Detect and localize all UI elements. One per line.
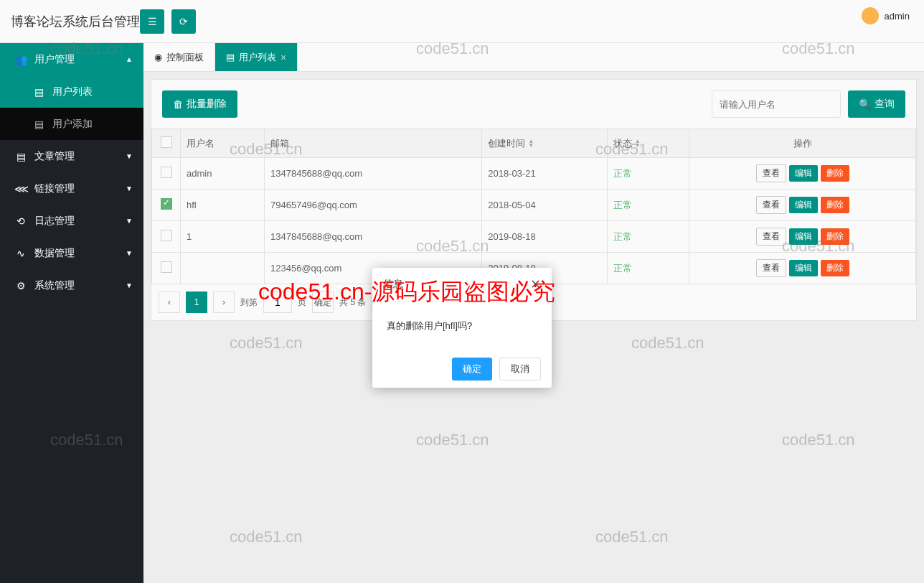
cancel-button[interactable]: 取消 xyxy=(499,358,541,381)
close-icon[interactable]: ✕ xyxy=(530,276,541,292)
ok-button[interactable]: 确定 xyxy=(452,358,492,381)
confirm-dialog: 信息 ✕ 真的删除用户[hfl]吗? 确定 取消 xyxy=(372,268,552,388)
dialog-title: 信息 xyxy=(383,278,403,291)
dialog-message: 真的删除用户[hfl]吗? xyxy=(372,302,552,350)
